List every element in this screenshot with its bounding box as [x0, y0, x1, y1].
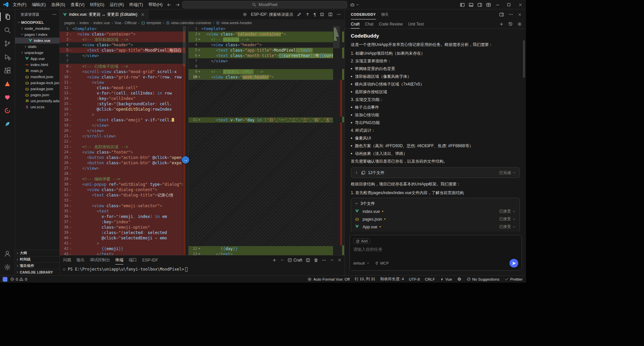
- breadcrumb-item-pages[interactable]: pages: [64, 21, 75, 25]
- chat-settings-gear-icon[interactable]: [517, 22, 522, 26]
- breadcrumb-item-index[interactable]: index: [79, 21, 89, 25]
- close-panel-icon[interactable]: [337, 258, 342, 262]
- status-item--10-31[interactable]: 行 10, 列 31: [355, 277, 375, 282]
- split-editor-icon[interactable]: [328, 12, 333, 17]
- open-in-editor-icon[interactable]: [499, 12, 504, 17]
- activity-item-account[interactable]: [0, 247, 15, 261]
- tree-item-uni.promisify.adaptor.js[interactable]: JSuni.promisify.adaptor.js: [15, 98, 59, 104]
- menu-文件(F)[interactable]: 文件(F): [10, 1, 29, 8]
- close-tab-icon[interactable]: [141, 12, 145, 17]
- send-button[interactable]: [509, 259, 518, 268]
- panel-tab-调试控制台[interactable]: 调试控制台: [90, 255, 110, 265]
- changed-files-header[interactable]: 3个文件: [355, 199, 516, 208]
- ai-selector-button[interactable]: [350, 0, 360, 9]
- sidebar-section-项目组件[interactable]: 项目组件: [15, 263, 59, 269]
- minimap-slider[interactable]: [333, 26, 340, 48]
- breadcrumb-item-Vue---Official[interactable]: Vue - Official: [115, 21, 137, 25]
- panel-tab-ESP-IDF[interactable]: ESP-IDF: [142, 255, 158, 265]
- tree-item-App.vue[interactable]: App.vue: [15, 56, 59, 62]
- status-item-utf-8[interactable]: UTF-8: [409, 277, 420, 281]
- changed-file-row-App.vue[interactable]: App.vue • 已接受: [355, 223, 516, 231]
- tree-item-index.vue[interactable]: index.vue: [15, 38, 59, 44]
- diff-pane-original[interactable]: 1<template>2- <view class="container">3-…: [60, 26, 185, 255]
- panel-more-icon[interactable]: [508, 12, 513, 17]
- tree-item-MOODPIXEL[interactable]: MOODPIXEL: [15, 19, 59, 25]
- panel-scrollbar[interactable]: [523, 40, 525, 78]
- menu-帮助(H)[interactable]: 帮助(H): [146, 1, 165, 8]
- terminal-more-icon[interactable]: [322, 258, 326, 263]
- codebuddy-tab-Chat[interactable]: Chat: [365, 19, 373, 28]
- activity-item-espressif-ext[interactable]: [0, 77, 15, 91]
- menu-编辑(E)[interactable]: 编辑(E): [29, 1, 49, 8]
- tree-item-pages-index[interactable]: pages \ index: [15, 32, 59, 38]
- craft-terminal-button[interactable]: Craft: [287, 258, 302, 263]
- chat-history-icon[interactable]: [508, 22, 513, 26]
- toggle-sidebar-icon[interactable]: [460, 2, 465, 7]
- new-terminal-icon[interactable]: [272, 258, 277, 263]
- previous-change-icon[interactable]: [305, 12, 310, 17]
- activity-item-heart-ext[interactable]: [0, 91, 15, 104]
- tree-item-package-lock.json[interactable]: {}package-lock.json: [15, 80, 59, 86]
- menu-转到(G)[interactable]: 转到(G): [87, 1, 107, 8]
- problems-status[interactable]: 0 0: [10, 277, 27, 281]
- activity-item-ring-ext[interactable]: [0, 104, 15, 117]
- close-window-button[interactable]: [515, 0, 526, 9]
- modified-overview-ruler[interactable]: [340, 26, 344, 255]
- new-chat-icon[interactable]: [499, 22, 504, 26]
- file-accept-status[interactable]: 已接受: [499, 224, 517, 229]
- maximize-panel-icon[interactable]: [330, 258, 334, 262]
- sidebar-section-大纲[interactable]: 大纲: [15, 250, 59, 256]
- tree-item-node_modules[interactable]: node_modules: [15, 25, 59, 32]
- tool-call-collapsed[interactable]: 12个文件 已完成: [351, 167, 520, 178]
- open-preview-icon[interactable]: [320, 12, 324, 17]
- activity-item-explorer[interactable]: [0, 10, 15, 23]
- panel-tab-问题[interactable]: 问题: [63, 255, 71, 265]
- breadcrumb-item-template[interactable]: {}template: [141, 21, 161, 25]
- menu-运行(R)[interactable]: 运行(R): [107, 1, 126, 8]
- espidf-gear-icon[interactable]: [243, 12, 247, 17]
- kill-terminal-icon[interactable]: [314, 258, 318, 263]
- activity-item-source-control[interactable]: [0, 37, 15, 50]
- tree-item-manifest.json[interactable]: {}manifest.json: [15, 74, 59, 80]
- codebuddy-tab-Craft[interactable]: Craft: [351, 19, 360, 28]
- panel-tab-输出[interactable]: 输出: [76, 255, 85, 265]
- sidebar-section-CANGJIE LIBRARY[interactable]: CANGJIE LIBRARY: [15, 269, 59, 275]
- codebuddy-chat-view-tab[interactable]: 聊天: [381, 12, 389, 17]
- breadcrumb-item-view.calendar-container[interactable]: view.calendar-container: [166, 21, 212, 25]
- panel-tab-终端[interactable]: 终端: [115, 255, 123, 265]
- tree-item-uni.scss[interactable]: Suni.scss: [15, 104, 59, 110]
- menu-查看(V)[interactable]: 查看(V): [68, 1, 87, 8]
- diff-editor-tab[interactable]: index.vue: 变更前 ↔ 变更后 (Editable): [60, 9, 148, 19]
- status-item--4[interactable]: 制表符长度: 4: [380, 277, 404, 282]
- customize-layout-icon[interactable]: [486, 2, 491, 7]
- tree-item-main.js[interactable]: JSmain.js: [15, 68, 59, 74]
- changed-file-row-pages.json[interactable]: {} pages.json • 已接受: [355, 215, 516, 223]
- tree-item-static[interactable]: static: [15, 44, 59, 50]
- status-item-auto-format-vue-off[interactable]: Auto Format Vue: Off: [307, 277, 350, 282]
- status-item-prettier[interactable]: Prettier: [504, 277, 523, 281]
- codebuddy-title-tab[interactable]: CODEBUDDY: [351, 9, 376, 19]
- scrollbar-thumb[interactable]: [183, 26, 185, 66]
- file-accept-status[interactable]: 已接受: [499, 217, 517, 222]
- status-item-no-suggestions[interactable]: No Suggestions: [467, 277, 499, 281]
- espidf-status-label[interactable]: ESP-IDF: 搜索错误提示: [251, 12, 293, 17]
- toggle-secondary-sidebar-icon[interactable]: [477, 2, 482, 7]
- activity-item-search[interactable]: [0, 23, 15, 37]
- tree-item-index.html[interactable]: <>index.html: [15, 62, 59, 68]
- editor-more-icon[interactable]: [336, 12, 341, 17]
- activity-item-extensions[interactable]: [0, 64, 15, 77]
- mcp-button[interactable]: MCP: [375, 261, 389, 266]
- panel-tab-端口[interactable]: 端口: [129, 255, 137, 265]
- model-selector[interactable]: default: [353, 261, 370, 265]
- minimap[interactable]: [333, 26, 340, 255]
- original-overview-ruler[interactable]: [183, 26, 185, 255]
- diff-pane-modified[interactable]: 1<template>2+ <view class="calendar-cont…: [189, 26, 344, 255]
- breadcrumb-item-view.week-header[interactable]: view.week-header: [216, 21, 252, 25]
- nav-back-icon[interactable]: [167, 2, 172, 7]
- codebuddy-tab-Code-Review[interactable]: Code Review: [379, 19, 402, 28]
- close-panel-icon[interactable]: [518, 12, 522, 17]
- terminal-content[interactable]: PS E:\Projects\uniapp\u\fanyi-toolbox\Mo…: [63, 267, 342, 272]
- maximize-button[interactable]: [503, 0, 515, 9]
- tree-item-pages.json[interactable]: {}pages.json: [15, 92, 59, 98]
- minimize-button[interactable]: [492, 0, 503, 9]
